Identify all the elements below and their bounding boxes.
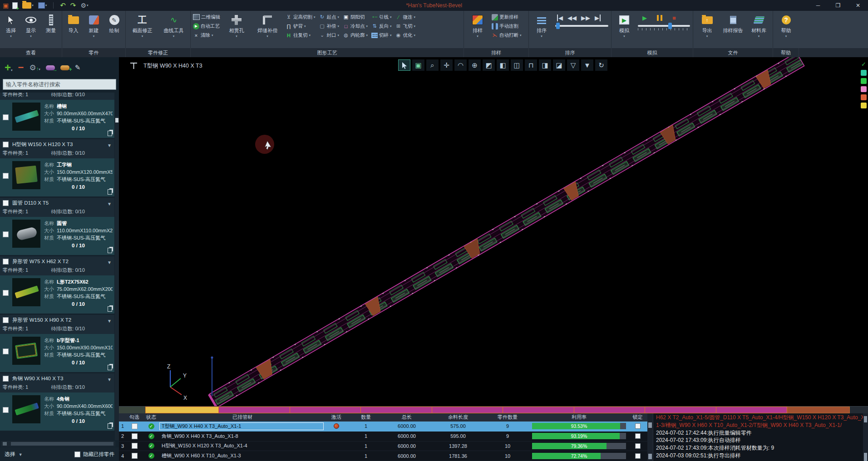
intersect-hole-button[interactable]: 相贯孔▾ [222, 12, 251, 38]
sim-pause-button[interactable] [657, 15, 662, 21]
curve-tools-button[interactable]: ∿ 曲线工具▾ [158, 12, 189, 38]
sim-speed-slider[interactable] [638, 25, 690, 27]
part-card[interactable]: 名称4角钢 大小90.00mmX40.00mmX600.00mm 材质不锈钢-S… [0, 392, 114, 431]
part-group-header[interactable]: 槽钢 W90 X H60 X T10 零件种类: 1待排/总数: 0/10 ▼ [0, 93, 114, 100]
remove-part-button[interactable]: − [18, 62, 24, 74]
vp-view-iso[interactable]: ◩ [483, 59, 495, 71]
part-card[interactable]: 名称圆管 大小110.00mmX110.00mmX200.00mm 材质不锈钢-… [0, 217, 114, 255]
check-icon[interactable]: ✓ [861, 61, 866, 68]
part-card[interactable]: 名称L形T2X75X62 大小75.00mmX62.00mmX200.00mm … [0, 275, 114, 314]
inner-contour-button[interactable]: ◍内轮廓▾ [342, 31, 369, 39]
sim-play-button[interactable]: ▶ [642, 15, 647, 21]
vp-view-top[interactable]: ⊓ [525, 59, 537, 71]
fixed-height-cut-button[interactable]: ⊻定高切割▾ [285, 13, 316, 21]
swatch-green[interactable] [861, 78, 867, 84]
sim-speed-knob[interactable] [668, 23, 672, 29]
add-tube-icon[interactable]: + [60, 65, 69, 70]
copy-icon[interactable] [108, 248, 112, 253]
vp-select-tool[interactable] [398, 59, 410, 71]
vp-orbit-tool[interactable]: ◠ [454, 59, 467, 71]
update-nest-button[interactable]: 更新排样 [491, 13, 523, 21]
chop-button[interactable]: 切碎▾ [370, 31, 393, 39]
part-group-header[interactable]: 异形管 W75 X H62 X T2 零件种类: 1待排/总数: 0/10 ▼ [0, 256, 114, 275]
weld-comp-button[interactable]: 焊缝补偿▾ [252, 12, 283, 38]
section-fix-button[interactable]: 工 截面修正▾ [127, 12, 158, 38]
part-checkbox[interactable] [3, 290, 9, 296]
fly-cut-button[interactable]: ⊞飞切▾ [395, 22, 417, 30]
lock-checkbox[interactable] [635, 443, 641, 449]
compensation-button[interactable]: ▢补偿▾ [318, 22, 340, 30]
vp-view-bottom-solid[interactable]: ▼ [581, 59, 593, 71]
sidebar-horizontal-scrollbar[interactable] [1, 441, 115, 446]
tab-sort[interactable]: 排序 [529, 48, 612, 57]
vp-view-front[interactable]: ◫ [511, 59, 523, 71]
part-group-list[interactable]: 槽钢 W90 X H60 X T10 零件种类: 1待排/总数: 0/10 ▼ … [0, 93, 119, 440]
table-row[interactable]: 2 ✓ 角钢_W90 X H40 X T3_Auto_X1-8 1 6000.0… [119, 432, 647, 441]
tab-graphic[interactable]: 图形工艺 [191, 48, 464, 57]
cooling-point-button[interactable]: □冷却点▾ [342, 22, 369, 30]
sort-slider-knob[interactable] [556, 23, 560, 29]
copy-icon[interactable] [108, 131, 112, 136]
viewport-3d[interactable]: Z Y X T型钢 W90 X H40 X T3 ▣ ⌕ ✛ [119, 57, 868, 406]
seal-button[interactable]: ⌄封口▾ [318, 31, 340, 39]
vp-zoom-fit-tool[interactable]: ⊕ [469, 59, 481, 71]
vp-view-back[interactable]: ◨ [539, 59, 551, 71]
row-checkbox[interactable] [132, 443, 138, 449]
copy-icon[interactable] [108, 423, 112, 429]
table-row[interactable]: 3 ✓ H型钢_W150 X H120 X T3_Auto_X1-4 1 600… [119, 441, 647, 451]
log-scrollbar[interactable] [863, 413, 868, 461]
active-indicator[interactable] [334, 423, 339, 429]
part-card[interactable]: 名称b字型管-1 大小150.00mmX90.00mmX100.00mm 材质不… [0, 334, 114, 372]
vp-zoom-tool[interactable]: ⌕ [426, 59, 439, 71]
chevron-down-icon[interactable]: ▼ [107, 377, 112, 382]
auto-update-button[interactable]: ⚙↑▾ [29, 63, 40, 73]
part-group-header[interactable]: 角钢 W90 X H40 X T3 零件种类: 1待排/总数: 0/10 ▼ [0, 373, 114, 392]
sidebar-vertical-scrollbar[interactable] [115, 116, 119, 440]
nested-tube[interactable] [208, 57, 804, 406]
edit-2d-button[interactable]: 二维编辑 [192, 13, 221, 21]
help-button[interactable]: ? 帮助▾ [774, 12, 798, 38]
simulate-button[interactable]: ▶ 模拟▾ [612, 12, 636, 38]
lead-line-button[interactable]: ∘−引线▾ [370, 13, 393, 21]
step-back-button[interactable]: ◀◀ [567, 15, 577, 21]
skip-first-button[interactable]: ◀ [557, 15, 563, 21]
part-group-header[interactable]: 异形管 W150 X H90 X T2 零件种类: 1待排/总数: 0/10 ▼ [0, 315, 114, 334]
sort-button[interactable]: 排序▾ [530, 12, 553, 38]
table-scrollbar[interactable] [647, 413, 653, 461]
start-point-button[interactable]: ↻起点▾ [318, 13, 340, 21]
part-checkbox[interactable] [3, 173, 9, 179]
part-group-header[interactable]: 圆管 D110 X T5 零件种类: 1待排/总数: 0/10 ▼ [0, 198, 114, 217]
group-checkbox[interactable] [3, 142, 9, 147]
reverse-button[interactable]: ⇅反向▾ [370, 22, 393, 30]
part-group-header[interactable]: H型钢 W150 X H120 X T3 零件种类: 1待排/总数: 0/10 … [0, 139, 114, 158]
tab-sim[interactable]: 模拟 [612, 48, 693, 57]
copy-icon[interactable] [108, 189, 112, 195]
row-checkbox[interactable] [132, 423, 138, 429]
group-checkbox[interactable] [3, 200, 9, 206]
nesting-strip[interactable] [119, 406, 868, 413]
group-checkbox[interactable] [3, 376, 9, 382]
swatch-orange[interactable] [861, 94, 867, 100]
row-checkbox[interactable] [132, 433, 138, 439]
lock-checkbox[interactable] [635, 433, 641, 439]
export-tube-icon[interactable]: → [46, 65, 55, 70]
skip-last-button[interactable]: ▶ [595, 15, 601, 21]
log-panel[interactable]: H62 X T2_Auto_X1-5/圆管_D110 X T5_Auto_X1-… [653, 413, 868, 461]
part-checkbox[interactable] [3, 114, 9, 120]
optimize-button[interactable]: ◉优化▾ [395, 31, 417, 39]
group-checkbox[interactable] [3, 317, 9, 323]
chevron-down-icon[interactable]: ▼ [107, 260, 112, 265]
swatch-pink[interactable] [861, 86, 867, 92]
lock-checkbox[interactable] [635, 453, 641, 459]
display-button[interactable]: 显示▾ [21, 12, 41, 38]
table-row[interactable]: 1 ✓ T型钢_W90 X H40 X T3_Auto_X1-1 1 6000.… [119, 422, 647, 432]
part-card[interactable]: 名称工字钢 大小150.00mmX120.00mmX590.00mm 材质不锈钢… [0, 158, 114, 196]
reciprocate-cut-button[interactable]: H往复切▾ [285, 31, 316, 39]
vp-view-right[interactable]: ◪ [553, 59, 565, 71]
edit-part-button[interactable]: ✎ [75, 64, 81, 72]
part-checkbox[interactable] [3, 231, 9, 237]
part-checkbox[interactable] [3, 407, 9, 413]
export-button[interactable]: ↑ 导出▾ [694, 12, 720, 38]
vp-view-bottom[interactable]: ▽ [567, 59, 579, 71]
tab-help[interactable]: 帮助 [773, 48, 799, 57]
